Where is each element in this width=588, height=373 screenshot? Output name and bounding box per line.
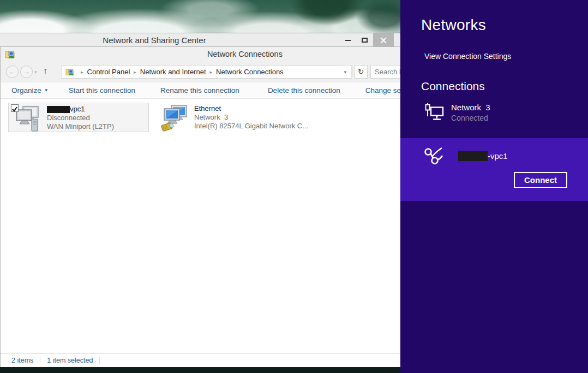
- network-item-vpn-selected[interactable]: -vpc1 Connect: [400, 138, 588, 201]
- connection-network: Network 3: [194, 113, 308, 122]
- minimize-button[interactable]: [340, 33, 356, 47]
- chevron-down-icon: ▾: [344, 69, 346, 75]
- breadcrumb-arrow-icon: ▸: [206, 69, 217, 75]
- connection-device: Intel(R) 82574L Gigabit Network C...: [194, 122, 308, 131]
- connect-button[interactable]: Connect: [514, 172, 567, 188]
- connection-tile-ethernet[interactable]: Ethernet Network 3 Intel(R) 82574L Gigab…: [156, 103, 295, 132]
- panel-title: Networks: [421, 16, 486, 34]
- selection-count: 1 item selected: [47, 357, 93, 364]
- address-bar[interactable]: ▸ Control Panel ▸ Network and Internet ▸…: [62, 65, 352, 79]
- window-title: Network and Sharing Center: [0, 35, 309, 45]
- forward-icon: →: [23, 67, 31, 76]
- forward-button[interactable]: →: [20, 66, 33, 78]
- back-button[interactable]: ←: [6, 66, 19, 78]
- up-button[interactable]: ↑: [43, 66, 47, 76]
- refresh-button[interactable]: ↻: [354, 65, 368, 79]
- statusbar-divider: [40, 357, 40, 364]
- breadcrumb-control-panel[interactable]: Control Panel: [87, 68, 130, 76]
- wired-network-icon: [424, 103, 445, 121]
- close-icon: [380, 37, 387, 44]
- chevron-down-icon: ▾: [34, 69, 37, 75]
- delete-connection-button[interactable]: Delete this connection: [268, 86, 340, 94]
- connection-status: Disconnected: [47, 114, 114, 122]
- organize-menu-button[interactable]: Organize▼: [11, 86, 49, 94]
- up-arrow-icon: ↑: [43, 66, 47, 75]
- statusbar-divider: [99, 357, 100, 364]
- items-count: 2 items: [11, 357, 33, 364]
- ethernet-device-icon: [159, 104, 190, 131]
- connection-name: Ethernet: [194, 104, 308, 113]
- minimize-icon: [345, 40, 351, 41]
- selection-checkbox[interactable]: [11, 104, 19, 112]
- breadcrumb-arrow-icon: ▸: [77, 69, 87, 75]
- vpn-icon: [423, 146, 446, 165]
- networks-charm-panel: Networks View Connection Settings Connec…: [400, 0, 588, 373]
- connection-tile-vpn[interactable]: vpc1 Disconnected WAN Miniport (L2TP): [8, 103, 149, 132]
- network-status: Connected: [451, 114, 490, 122]
- connection-name: vpc1: [47, 105, 114, 114]
- vpn-device-icon: [12, 105, 43, 131]
- maximize-icon: [362, 38, 368, 43]
- check-icon: [11, 106, 18, 113]
- view-connection-settings-link[interactable]: View Connection Settings: [424, 52, 511, 61]
- rename-connection-button[interactable]: Rename this connection: [160, 86, 239, 94]
- back-icon: ←: [9, 67, 16, 76]
- address-dropdown-button[interactable]: ▾: [339, 66, 352, 78]
- network-name: Network 3: [451, 103, 490, 112]
- breadcrumb-arrow-icon: ▸: [130, 69, 140, 75]
- location-icon: [65, 68, 75, 76]
- connection-device: WAN Miniport (L2TP): [47, 122, 114, 131]
- breadcrumb-network-connections[interactable]: Network Connections: [216, 68, 284, 76]
- close-button[interactable]: [373, 33, 394, 47]
- redacted-name: [458, 151, 488, 161]
- redacted-name: [47, 106, 70, 113]
- screen: Network and Sharing Center Network Conne…: [0, 0, 588, 373]
- breadcrumb-network-and-internet[interactable]: Network and Internet: [140, 68, 206, 76]
- maximize-button[interactable]: [357, 33, 372, 47]
- vpn-name: -vpc1: [458, 151, 508, 161]
- start-connection-button[interactable]: Start this connection: [69, 86, 135, 94]
- recent-locations-button[interactable]: ▾: [34, 69, 37, 75]
- network-item-ethernet[interactable]: Network 3 Connected: [424, 103, 490, 122]
- connections-heading: Connections: [421, 80, 485, 93]
- refresh-icon: ↻: [358, 67, 364, 76]
- chevron-down-icon: ▼: [44, 88, 49, 93]
